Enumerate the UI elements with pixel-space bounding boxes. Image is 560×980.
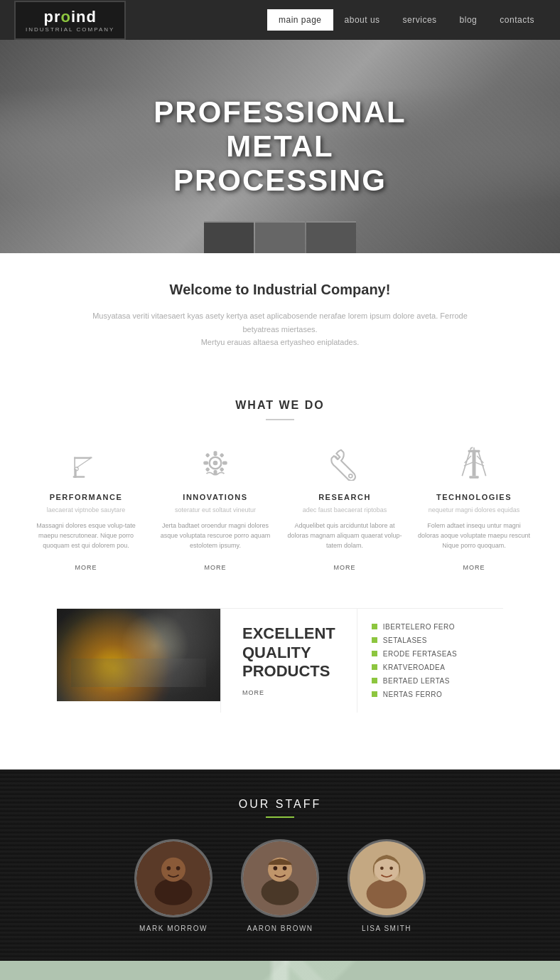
svg-rect-16 (220, 453, 225, 458)
crane-icon (28, 442, 144, 484)
what-we-do-section: WHAT WE DO PERFORMANCE laecaerat viptnob… (0, 378, 560, 608)
logo-dot: o (60, 8, 70, 26)
svg-point-32 (161, 858, 185, 882)
tower-icon (416, 442, 532, 484)
staff-aaron-brown: AARON BROWN (241, 839, 319, 932)
svg-point-41 (367, 879, 407, 909)
svg-point-9 (213, 461, 218, 466)
research-name: RESEARCH (287, 493, 402, 501)
research-more[interactable]: MORE (334, 564, 356, 571)
what-we-do-title: WHAT WE DO (28, 399, 532, 412)
hero-thumbnails (204, 221, 356, 253)
service-performance: PERFORMANCE laecaerat viptnobe sauytare … (28, 442, 144, 572)
performance-name: PERFORMANCE (28, 493, 144, 501)
svg-point-43 (380, 866, 384, 870)
product-title: EXCELLENT QUALITY PRODUCTS (242, 624, 335, 681)
research-desc: Adquelibet quis arciduntut labore at dol… (287, 521, 402, 551)
technologies-more[interactable]: MORE (463, 564, 485, 571)
svg-point-39 (283, 866, 287, 870)
svg-rect-5 (90, 457, 92, 459)
bullet-3 (372, 664, 377, 670)
header: proind INDUSTRIAL COMPANY main page abou… (0, 0, 560, 40)
products-section: EXCELLENT QUALITY PRODUCTS MORE IBERTELE… (57, 608, 503, 741)
innovations-subtitle: soteratur eut soltaut vineutur (158, 506, 273, 515)
staff-lisa-name: LISA SMITH (362, 925, 411, 932)
product-image (57, 609, 220, 701)
nav-blog[interactable]: blog (448, 9, 489, 31)
product-item-1: SETALASES (372, 637, 489, 644)
svg-rect-13 (222, 462, 227, 465)
avatar-mark-image (136, 839, 210, 917)
bullet-5 (372, 691, 377, 697)
avatar-mark (134, 839, 212, 917)
welcome-title: Welcome to Industrial Company! (85, 282, 475, 298)
technologies-desc: Folem adtaet insequ untur magni doloras … (416, 521, 532, 551)
staff-mark-morrow: MARK MORROW (134, 839, 212, 932)
service-innovations: INNOVATIONS soteratur eut soltaut vineut… (158, 442, 273, 572)
thumb-3[interactable] (306, 221, 356, 253)
bullet-2 (372, 651, 377, 656)
svg-point-31 (155, 878, 193, 905)
svg-rect-10 (214, 451, 217, 456)
nav-contacts[interactable]: contacts (488, 9, 546, 31)
avatar-lisa-image (350, 839, 424, 917)
svg-point-36 (262, 878, 299, 905)
product-more-link[interactable]: MORE (242, 689, 335, 696)
logo[interactable]: proind INDUSTRIAL COMPANY (14, 1, 126, 40)
performance-subtitle: laecaerat viptnobe sauytare (28, 506, 144, 515)
bullet-1 (372, 637, 377, 643)
svg-point-33 (167, 866, 171, 870)
welcome-desc1: Musyatasa veriti vitaesaert kyas asety k… (85, 309, 475, 336)
staff-grid: MARK MORROW AARON BROWN (14, 839, 546, 932)
main-nav: main page about us services blog contact… (267, 9, 546, 31)
performance-desc: Massagni dolores esque volup-tate maepu … (28, 521, 144, 551)
performance-more[interactable]: MORE (75, 564, 97, 571)
staff-section: OUR STAFF MARK MORROW (0, 769, 560, 961)
thumb-2[interactable] (255, 221, 305, 253)
service-technologies: TECHNOLOGIES nequetur magni dolores equi… (416, 442, 532, 572)
innovations-name: INNOVATIONS (158, 493, 273, 501)
innovations-desc: Jerta badtaet oroendur magni dolores asq… (158, 521, 273, 551)
research-subtitle: adec faust baecaerat riptobas (287, 506, 402, 515)
welcome-desc2: Mertyu erauas altaesa ertyasheo eniplata… (85, 336, 475, 349)
svg-point-38 (274, 866, 278, 870)
wrench-icon (287, 442, 402, 484)
svg-point-34 (176, 866, 181, 870)
thumb-1[interactable] (204, 221, 254, 253)
innovations-more[interactable]: MORE (205, 564, 227, 571)
bullet-4 (372, 678, 377, 683)
map-background (0, 961, 560, 980)
svg-rect-12 (203, 462, 208, 465)
nav-about-us[interactable]: about us (333, 9, 392, 31)
product-text: EXCELLENT QUALITY PRODUCTS MORE (220, 609, 357, 713)
gear-icon (158, 442, 273, 484)
product-item-4: BERTAED LERTAS (372, 677, 489, 685)
svg-line-6 (77, 458, 91, 467)
avatar-aaron (241, 839, 319, 917)
technologies-name: TECHNOLOGIES (416, 493, 532, 501)
product-item-5: NERTAS FERRO (372, 691, 489, 698)
svg-rect-1 (73, 476, 85, 478)
hero-section: PROFESSIONAL METAL PROCESSING (0, 40, 560, 253)
svg-rect-28 (469, 476, 478, 478)
map-section: ● 8901 MARMORA ROAD GLASGOW, D04 89GR ✉ … (0, 961, 560, 980)
svg-point-44 (389, 866, 393, 870)
product-list: IBERTELERO FERO SETALASES ERODE FERTASEA… (357, 609, 503, 713)
product-image-bg (57, 609, 220, 701)
product-image-overlay (71, 659, 206, 687)
services-grid: PERFORMANCE laecaerat viptnobe sauytare … (28, 442, 532, 572)
staff-mark-name: MARK MORROW (139, 925, 208, 932)
product-item-2: ERODE FERTASEAS (372, 650, 489, 658)
hero-title: PROFESSIONAL METAL PROCESSING (154, 95, 406, 198)
technologies-subtitle: nequetur magni dolores equidas (416, 506, 532, 515)
svg-rect-14 (205, 453, 210, 458)
welcome-section: Welcome to Industrial Company! Musyatasa… (0, 253, 560, 378)
staff-title: OUR STAFF (14, 798, 546, 811)
staff-lisa-smith: LISA SMITH (348, 839, 426, 932)
logo-subtitle: INDUSTRIAL COMPANY (26, 26, 114, 33)
nav-main-page[interactable]: main page (267, 9, 333, 31)
nav-services[interactable]: services (392, 9, 448, 31)
svg-point-19 (349, 474, 352, 478)
staff-divider (266, 816, 294, 818)
section-divider (266, 419, 294, 420)
